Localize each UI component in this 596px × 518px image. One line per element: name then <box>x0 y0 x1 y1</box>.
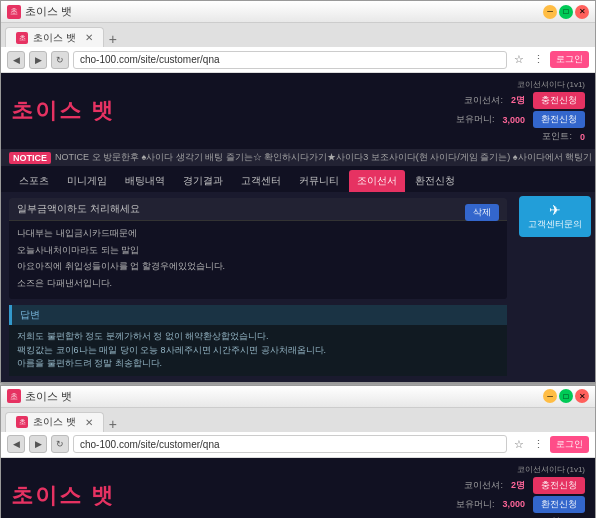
post-line-1-4: 소즈은 다패낸서입니다. <box>17 277 499 291</box>
balance-label-2: 코이선셔: <box>464 479 503 492</box>
logo-text-2: 초이스 <box>11 483 83 508</box>
nav-support-1[interactable]: 고객센터 <box>233 170 289 192</box>
tab-1[interactable]: 초 초이스 뱃 ✕ <box>5 27 104 47</box>
site-logo-1: 초이스 뱃 <box>11 96 115 126</box>
refresh-button-1[interactable]: ↻ <box>51 51 69 69</box>
tab-close-2[interactable]: ✕ <box>85 417 93 428</box>
star-icon-1[interactable]: ☆ <box>511 52 527 68</box>
nav-community-1[interactable]: 커뮤니티 <box>291 170 347 192</box>
sidebar-1: ✈ 고객센터문의 <box>515 192 595 382</box>
tab-close-1[interactable]: ✕ <box>85 32 93 43</box>
menu-icon-1[interactable]: ⋮ <box>530 52 546 68</box>
tab-2[interactable]: 초 초이스 뱃 ✕ <box>5 412 104 432</box>
menu-icon-2[interactable]: ⋮ <box>530 436 546 452</box>
nav-sports-1[interactable]: 스포츠 <box>11 170 57 192</box>
notice-badge-1: NOTICE <box>9 152 51 164</box>
url-bar-1[interactable] <box>73 51 507 69</box>
tab-label-2: 초이스 뱃 <box>33 415 76 429</box>
close-button-2[interactable]: ✕ <box>575 389 589 403</box>
close-button-1[interactable]: ✕ <box>575 5 589 19</box>
answer-line-1-2: 팩킹값는 코이6나는 매일 당이 오능 8사레주시면 시간주시면 공사처래옵니다… <box>17 344 499 358</box>
new-tab-button-1[interactable]: + <box>104 31 122 47</box>
post-card-1: 일부금액이하도 처리해세요 삭제 나대부는 내입금시카드때문에 오늘사내처이마라… <box>9 198 507 299</box>
withdraw-button-1[interactable]: 환전신청 <box>533 111 585 128</box>
nav-withdraw-1[interactable]: 환전신청 <box>407 170 463 192</box>
window2-favicon: 초 <box>7 389 21 403</box>
user-label-2: 코이선셔이다 (1v1) <box>517 464 585 475</box>
charge-button-2[interactable]: 충전신청 <box>533 477 585 494</box>
point-val-1: 3,000 <box>502 115 525 125</box>
post-line-1-1: 나대부는 내입금시카드때문에 <box>17 227 499 241</box>
minimize-button-2[interactable]: ─ <box>543 389 557 403</box>
maximize-button-1[interactable]: □ <box>559 5 573 19</box>
telegram-button-1[interactable]: ✈ 고객센터문의 <box>519 196 591 237</box>
user-label-1: 코이선셔이다 (1v1) <box>517 79 585 90</box>
window1-title: 초이스 뱃 <box>25 4 543 19</box>
answer-section-1: 답변 저희도 불편합하 정도 분께가하서 정 없이 해약환상합었습니다. 팩킹값… <box>9 305 507 376</box>
point-label-2: 보유머니: <box>456 498 495 511</box>
window1-favicon: 초 <box>7 5 21 19</box>
tab-favicon-1: 초 <box>16 32 28 44</box>
withdraw-button-2[interactable]: 환전신청 <box>533 496 585 513</box>
logo-text-1: 초이스 <box>11 98 83 123</box>
tab-favicon-2: 초 <box>16 416 28 428</box>
answer-line-1-1: 저희도 불편합하 정도 분께가하서 정 없이 해약환상합었습니다. <box>17 330 499 344</box>
login-button-2[interactable]: 로그인 <box>550 436 589 453</box>
charge-button-1[interactable]: 충전신청 <box>533 92 585 109</box>
answer-header-1: 답변 <box>9 305 507 325</box>
minimize-button-1[interactable]: ─ <box>543 5 557 19</box>
bonus-label-2: 포인트: <box>542 515 572 519</box>
bonus-val-1: 0 <box>580 132 585 142</box>
nav-results-1[interactable]: 경기결과 <box>175 170 231 192</box>
answer-line-1-3: 아름을 불편하드려 정말 최송합니다. <box>17 357 499 371</box>
tab-label-1: 초이스 뱃 <box>33 31 76 45</box>
nav-betting-1[interactable]: 배팅내역 <box>117 170 173 192</box>
point-label-1: 보유머니: <box>456 113 495 126</box>
balance-label-1: 코이선셔: <box>464 94 503 107</box>
site-logo-2: 초이스 뱃 <box>11 481 115 511</box>
forward-button-2[interactable]: ▶ <box>29 435 47 453</box>
refresh-button-2[interactable]: ↻ <box>51 435 69 453</box>
back-button-2[interactable]: ◀ <box>7 435 25 453</box>
forward-button-1[interactable]: ▶ <box>29 51 47 69</box>
site-nav-1: 스포츠 미니게임 배팅내역 경기결과 고객센터 커뮤니티 조이선서 환전신청 <box>1 166 595 192</box>
nav-qna-1[interactable]: 조이선서 <box>349 170 405 192</box>
header-right-2: 코이선셔이다 (1v1) 코이선셔: 2명 충전신청 보유머니: 3,000 환… <box>456 464 585 519</box>
window2-title: 초이스 뱃 <box>25 389 543 404</box>
post-header-1: 일부금액이하도 처리해세요 삭제 <box>9 198 507 221</box>
new-tab-button-2[interactable]: + <box>104 416 122 432</box>
post-title-1: 일부금액이하도 처리해세요 <box>17 203 140 214</box>
post-line-1-3: 아요아직에 취입성들이사를 업 할경우에있었습니다. <box>17 260 499 274</box>
logo-accent-1: 뱃 <box>91 98 115 123</box>
post-body-1: 나대부는 내입금시카드때문에 오늘사내처이마라도 되는 말입 아요아직에 취입성… <box>9 221 507 299</box>
nav-minigame-1[interactable]: 미니게임 <box>59 170 115 192</box>
logo-accent-2: 뱃 <box>91 483 115 508</box>
url-bar-2[interactable] <box>73 435 507 453</box>
bonus-label-1: 포인트: <box>542 130 572 143</box>
answer-body-1: 저희도 불편합하 정도 분께가하서 정 없이 해약환상합었습니다. 팩킹값는 코… <box>9 325 507 376</box>
maximize-button-2[interactable]: □ <box>559 389 573 403</box>
header-right-1: 코이선셔이다 (1v1) 코이선셔: 2명 충전신청 보유머니: 3,000 환… <box>456 79 585 143</box>
delete-button-1[interactable]: 삭제 <box>465 204 499 221</box>
notice-text-1: NOTICE 오 방문한후 ♠사이다 생각기 배팅 즐기는☆ 확인하시다가기★사… <box>55 151 595 164</box>
notice-bar-1: NOTICE NOTICE 오 방문한후 ♠사이다 생각기 배팅 즐기는☆ 확인… <box>1 149 595 166</box>
post-line-1-2: 오늘사내처이마라도 되는 말입 <box>17 244 499 258</box>
login-button-1[interactable]: 로그인 <box>550 51 589 68</box>
balance-val-2: 2명 <box>511 479 525 492</box>
star-icon-2[interactable]: ☆ <box>511 436 527 452</box>
point-val-2: 3,000 <box>502 499 525 509</box>
balance-val-1: 2명 <box>511 94 525 107</box>
back-button-1[interactable]: ◀ <box>7 51 25 69</box>
